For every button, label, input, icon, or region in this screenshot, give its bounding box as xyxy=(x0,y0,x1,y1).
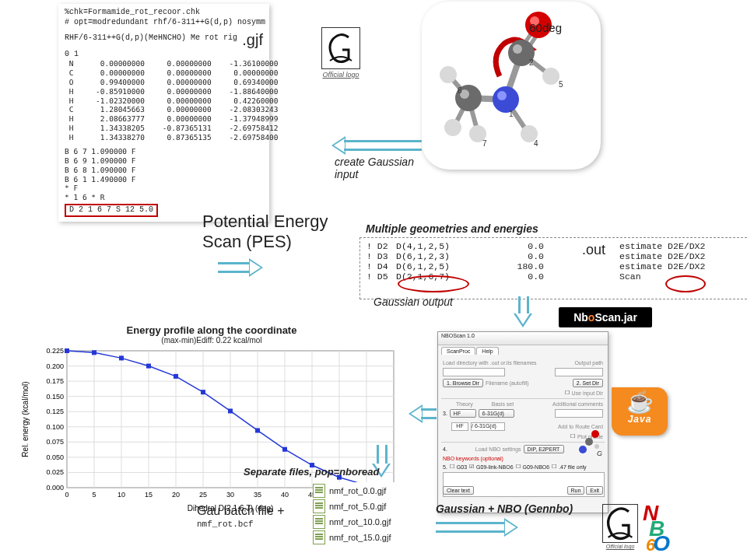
label-filename: Filename (autofill) xyxy=(486,380,529,386)
rotation-angle-label: 60deg xyxy=(529,21,562,34)
svg-text:G: G xyxy=(597,450,602,457)
gjf-atom-block: N 0.00000000 0.00000000 -1.36100000 C 0.… xyxy=(65,59,263,142)
gaussian-logo-caption: Official logo xyxy=(317,71,364,79)
svg-text:15: 15 xyxy=(145,491,153,499)
file-name: nmf_rot_5.0.gjf xyxy=(329,502,386,511)
file-list-item[interactable]: nmf_rot_0.0.gjf xyxy=(313,484,422,498)
svg-point-18 xyxy=(497,91,507,100)
label-outpath: Output path xyxy=(574,360,603,366)
gjf-charge-line: 0 1 xyxy=(65,50,263,60)
svg-text:5: 5 xyxy=(92,491,96,499)
svg-text:10: 10 xyxy=(117,491,125,499)
comments-input[interactable] xyxy=(555,409,603,418)
run-button[interactable]: Run xyxy=(567,486,585,495)
exit-button[interactable]: Exit xyxy=(586,486,603,495)
svg-text:2: 2 xyxy=(529,58,534,67)
molecule-icon: 2 5 1 4 6 7 3 xyxy=(422,2,601,170)
clear-button[interactable]: Clear text xyxy=(443,486,474,495)
set-dir-button[interactable]: 2. Set Dir xyxy=(573,379,603,387)
input-outpath[interactable] xyxy=(555,368,603,376)
browse-dir-button[interactable]: 1. Browse Dir xyxy=(443,379,483,387)
svg-point-25 xyxy=(440,66,457,83)
svg-rect-80 xyxy=(146,364,151,369)
highlight-oval-d5 xyxy=(398,275,469,292)
g09nbo6-checkbox[interactable]: ☐ xyxy=(516,464,521,470)
nbo-keywords-label: NBO keywords (optional) xyxy=(443,456,503,461)
gjf-input-panel: .gjf %chk=Formamide_rot_recoor.chk # opt… xyxy=(58,4,269,222)
bcf-filename: nmf_rot.bcf xyxy=(197,520,254,529)
svg-rect-81 xyxy=(174,374,178,379)
svg-text:0.025: 0.025 xyxy=(46,468,64,476)
svg-text:0.150: 0.150 xyxy=(46,393,64,401)
svg-rect-83 xyxy=(228,408,233,413)
svg-text:Rel. energy (kcal/mol): Rel. energy (kcal/mol) xyxy=(21,381,30,457)
47-checkbox[interactable]: ☐ xyxy=(552,464,556,470)
svg-text:25: 25 xyxy=(199,491,207,499)
tab-scanproc[interactable]: ScanProc xyxy=(441,347,475,355)
multiple-geom-label: Multiple geometries and energies xyxy=(366,222,538,235)
separate-files-label: Separate files, pop=nboread xyxy=(244,466,379,478)
svg-point-92 xyxy=(591,430,599,438)
pes-title: Potential Energy Scan (PES) xyxy=(202,212,358,252)
file-list-item[interactable]: nmf_rot_10.0.gjf xyxy=(313,515,422,529)
svg-rect-79 xyxy=(119,355,124,360)
svg-text:6: 6 xyxy=(458,86,462,95)
svg-text:4: 4 xyxy=(534,139,538,148)
chart-title: Energy profile along the coordinate xyxy=(17,324,406,336)
nboscan-jar-title: NboScan.jar xyxy=(559,307,652,327)
svg-text:0.100: 0.100 xyxy=(46,423,64,431)
g03-checkbox[interactable]: ☐ xyxy=(450,464,454,470)
file-icon xyxy=(313,530,325,544)
svg-text:0.000: 0.000 xyxy=(46,484,64,492)
tab-help[interactable]: Help xyxy=(476,347,498,355)
svg-rect-82 xyxy=(201,390,205,394)
create-input-label: create Gaussian input xyxy=(335,156,428,180)
basis-select[interactable]: 6-31G(d) xyxy=(479,409,514,418)
gau-batch-label: Gau batch file + xyxy=(197,504,285,518)
svg-text:0: 0 xyxy=(65,491,68,499)
gjf-route-line: # opt=modredundant rhf/6-311++G(d,p) nos… xyxy=(65,18,263,28)
theory-select[interactable]: HF xyxy=(450,409,476,418)
svg-text:0.125: 0.125 xyxy=(46,408,64,415)
svg-point-17 xyxy=(493,86,519,113)
svg-text:0.200: 0.200 xyxy=(46,362,64,370)
svg-point-94 xyxy=(579,446,587,453)
nbo-settings-select[interactable]: DIP, E2PERT xyxy=(524,445,564,453)
basis2-field[interactable]: / 6-31G(d) xyxy=(471,422,505,431)
svg-text:5: 5 xyxy=(559,80,563,89)
svg-text:0.075: 0.075 xyxy=(46,438,64,446)
file-list-item[interactable]: nmf_rot_5.0.gjf xyxy=(313,499,422,513)
svg-text:30: 30 xyxy=(226,491,234,499)
svg-point-95 xyxy=(594,444,599,449)
output-file-list: nmf_rot_0.0.gjfnmf_rot_5.0.gjfnmf_rot_10… xyxy=(313,482,422,546)
gjf-title-line: RHF/6-311++G(d,p)(MeHNCHO) Me rot rig xyxy=(65,33,263,44)
g09link-checkbox[interactable]: ☑ xyxy=(469,464,474,470)
file-name: nmf_rot_15.0.gjf xyxy=(329,533,391,542)
svg-point-93 xyxy=(585,438,593,446)
file-list-item[interactable]: nmf_rot_15.0.gjf xyxy=(313,530,422,544)
svg-text:35: 35 xyxy=(254,491,261,499)
java-logo: ☕ Java xyxy=(612,387,668,436)
highlight-oval-scan xyxy=(665,275,706,292)
theory2-field[interactable]: HF xyxy=(451,422,468,431)
file-icon xyxy=(313,484,325,498)
svg-point-26 xyxy=(444,119,461,136)
gjf-chk-line: %chk=Formamide_rot_recoor.chk xyxy=(65,8,263,18)
nbo6-logo: NB6O xyxy=(643,506,668,551)
file-name: nmf_rot_0.0.gjf xyxy=(329,486,386,495)
use-input-checkbox[interactable]: ☐ xyxy=(565,390,570,396)
gaussian-logo-2: Official logo xyxy=(601,504,639,549)
coffee-steam-icon: ☕ xyxy=(612,390,668,414)
molecule-panel: 60deg 2 5 1 4 6 7 3 xyxy=(422,2,601,170)
svg-text:0.050: 0.050 xyxy=(46,453,64,461)
gaussian-g-icon xyxy=(321,27,360,69)
svg-text:20: 20 xyxy=(172,491,180,499)
out-extension: .out xyxy=(582,242,605,258)
window-titlebar: NBOScan 1.0 xyxy=(438,332,608,345)
gjf-bond-block: B 6 7 1.090000 F B 6 9 1.090000 F B 6 8 … xyxy=(65,147,263,202)
gjf-extension: .gjf xyxy=(242,30,263,50)
input-loaddir[interactable] xyxy=(443,368,505,376)
gaussian-logo: Official logo xyxy=(317,27,364,79)
java-label: Java xyxy=(612,414,668,425)
svg-rect-77 xyxy=(65,348,69,353)
